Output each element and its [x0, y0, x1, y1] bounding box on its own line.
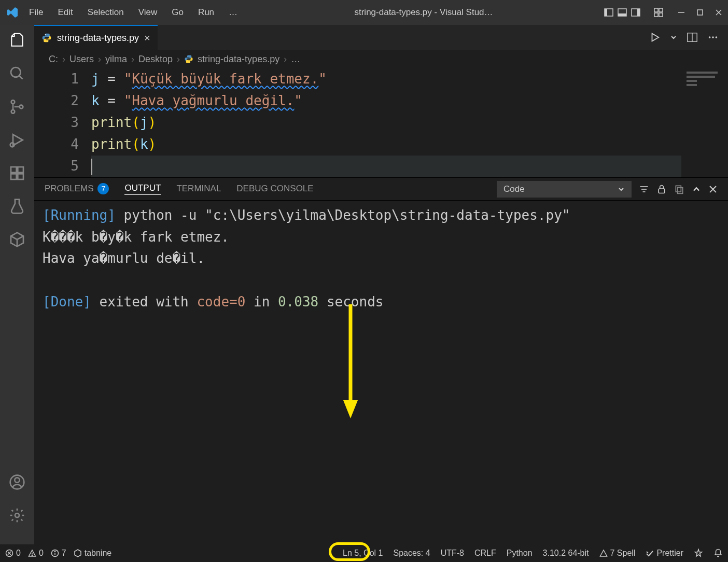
status-prettier[interactable]: Prettier — [646, 549, 683, 558]
tab-terminal[interactable]: TERMINAL — [176, 184, 221, 195]
svg-rect-9 — [659, 13, 663, 17]
svg-point-17 — [11, 110, 15, 114]
output-channel-select[interactable]: Code — [497, 181, 632, 198]
breadcrumb-desktop[interactable]: Desktop — [138, 54, 173, 65]
close-icon[interactable] — [713, 7, 724, 18]
svg-rect-8 — [654, 13, 658, 17]
menu-selection[interactable]: Selection — [81, 4, 130, 21]
cursor — [91, 159, 92, 175]
toggle-panel-icon[interactable] — [617, 7, 627, 18]
status-tabnine[interactable]: tabnine — [74, 549, 112, 558]
svg-rect-3 — [618, 13, 626, 16]
run-dropdown-icon[interactable] — [670, 34, 677, 41]
status-info[interactable]: 7 — [51, 549, 66, 558]
tab-debug-console[interactable]: DEBUG CONSOLE — [236, 184, 313, 195]
settings-gear-icon[interactable] — [8, 506, 26, 525]
status-language[interactable]: Python — [507, 549, 533, 558]
run-debug-icon[interactable] — [8, 131, 26, 149]
svg-rect-5 — [637, 9, 640, 16]
svg-rect-39 — [687, 80, 697, 82]
code-line-1[interactable]: j = "Küçük büyük fark etmez." — [91, 68, 723, 90]
menu-go[interactable]: Go — [165, 4, 190, 21]
svg-point-28 — [15, 513, 19, 517]
lock-scroll-icon[interactable] — [656, 184, 667, 194]
status-eol[interactable]: CRLF — [474, 549, 496, 558]
main-area: string-data-types.py × C:› Users› yilma›… — [0, 25, 728, 544]
svg-point-29 — [45, 34, 46, 35]
svg-rect-44 — [659, 189, 665, 193]
breadcrumb-file[interactable]: string-data-types.py — [198, 54, 279, 65]
customize-layout-icon[interactable] — [653, 7, 664, 18]
svg-rect-23 — [11, 174, 17, 179]
tab-output[interactable]: OUTPUT — [124, 183, 161, 195]
menu-edit[interactable]: Edit — [51, 4, 79, 21]
svg-rect-11 — [697, 10, 703, 15]
breadcrumb-c[interactable]: C: — [49, 54, 58, 65]
minimap[interactable] — [681, 68, 728, 177]
panel: PROBLEMS 7 OUTPUT TERMINAL DEBUG CONSOLE… — [34, 177, 728, 452]
panel-tabs: PROBLEMS 7 OUTPUT TERMINAL DEBUG CONSOLE… — [34, 178, 728, 201]
cube-icon[interactable] — [8, 230, 26, 249]
code-line-2[interactable]: k = "Hava yağmurlu değil." — [91, 90, 723, 112]
minimize-icon[interactable] — [676, 7, 687, 18]
split-editor-icon[interactable] — [687, 32, 698, 43]
accounts-icon[interactable] — [8, 473, 26, 491]
tab-close-icon[interactable]: × — [144, 32, 150, 44]
output-body[interactable]: [Running] python -u "c:\Users\yilma\Desk… — [34, 201, 728, 452]
code-line-3[interactable]: print(j) — [91, 112, 723, 134]
svg-rect-37 — [687, 72, 718, 74]
menu-view[interactable]: View — [132, 4, 164, 21]
toggle-secondary-sidebar-icon[interactable] — [631, 7, 641, 18]
status-encoding[interactable]: UTF-8 — [441, 549, 464, 558]
search-icon[interactable] — [8, 64, 26, 83]
svg-point-34 — [709, 36, 711, 38]
code-line-4[interactable]: print(k) — [91, 134, 723, 156]
status-lncol[interactable]: Ln 5, Col 1 — [343, 549, 383, 558]
status-interpreter[interactable]: 3.10.2 64-bit — [543, 549, 589, 558]
run-code-icon[interactable] — [649, 32, 661, 43]
svg-point-35 — [712, 36, 714, 38]
testing-icon[interactable] — [8, 197, 26, 216]
line-gutter: 1 2 3 4 5 — [34, 68, 91, 177]
code-editor[interactable]: 1 2 3 4 5 j = "Küçük büyük fark etmez." … — [34, 68, 728, 177]
source-control-icon[interactable] — [8, 97, 26, 116]
extensions-icon[interactable] — [8, 164, 26, 182]
menu-more[interactable]: … — [222, 4, 244, 21]
tab-label: string-data-types.py — [57, 33, 139, 44]
status-spell[interactable]: 7 Spell — [599, 549, 636, 558]
window-controls — [676, 7, 724, 18]
status-notifications-icon[interactable] — [713, 549, 723, 558]
toggle-primary-sidebar-icon[interactable] — [604, 7, 614, 18]
svg-rect-46 — [678, 187, 683, 193]
menu-run[interactable]: Run — [192, 4, 220, 21]
menu-file[interactable]: File — [23, 4, 49, 21]
svg-point-55 — [32, 555, 32, 555]
breadcrumb-users[interactable]: Users — [69, 54, 94, 65]
status-warnings[interactable]: 0 — [28, 549, 44, 558]
svg-marker-31 — [652, 34, 659, 41]
svg-point-36 — [716, 36, 718, 38]
vscode-logo-icon — [4, 6, 21, 19]
breadcrumb-more[interactable]: … — [291, 54, 300, 65]
status-errors[interactable]: 0 — [5, 549, 21, 558]
maximize-icon[interactable] — [695, 7, 705, 18]
code-line-5[interactable] — [91, 156, 723, 177]
more-actions-icon[interactable] — [707, 32, 719, 43]
filter-icon[interactable] — [639, 184, 649, 194]
chevron-down-icon — [618, 186, 625, 193]
svg-rect-1 — [605, 9, 607, 16]
status-spaces[interactable]: Spaces: 4 — [393, 549, 430, 558]
breadcrumbs[interactable]: C:› Users› yilma› Desktop› string-data-t… — [34, 50, 728, 68]
explorer-icon[interactable] — [8, 31, 26, 50]
annotation-arrow — [340, 304, 361, 424]
svg-point-30 — [48, 40, 49, 41]
breadcrumb-yilma[interactable]: yilma — [105, 54, 127, 65]
status-feedback-icon[interactable] — [694, 549, 703, 558]
editor-area: string-data-types.py × C:› Users› yilma›… — [34, 25, 728, 544]
window-title: string-data-types.py - Visual Stud… — [246, 7, 601, 18]
output-line-done: [Done] exited with code=0 in 0.038 secon… — [43, 291, 720, 313]
code-content[interactable]: j = "Küçük büyük fark etmez." k = "Hava … — [91, 68, 728, 177]
tab-problems[interactable]: PROBLEMS 7 — [45, 183, 109, 195]
svg-point-58 — [54, 551, 55, 552]
tab-string-data-types[interactable]: string-data-types.py × — [34, 25, 158, 50]
